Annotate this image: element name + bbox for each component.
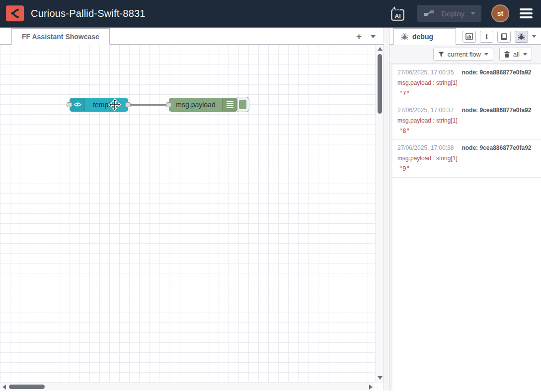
port-template-input[interactable]: [67, 102, 72, 107]
avatar-initials: st: [497, 9, 503, 17]
trash-icon: [504, 51, 510, 58]
help-button[interactable]: [497, 31, 511, 43]
clear-caret-icon: [523, 53, 527, 56]
flowfuse-logo-icon: [6, 5, 24, 21]
branch-icon: [9, 8, 20, 19]
debug-message[interactable]: 27/06/2025, 17:00:35 node: 9cea886877e0f…: [392, 64, 541, 102]
ai-sparkle-icon: AI: [388, 4, 406, 22]
deploy-label: Deploy: [441, 9, 464, 18]
bug-icon: [401, 33, 408, 40]
message-value[interactable]: "8": [397, 128, 536, 134]
port-template-output[interactable]: [125, 102, 131, 107]
message-property[interactable]: msg.payload : string[1]: [397, 117, 536, 124]
message-value[interactable]: "9": [397, 165, 536, 172]
workspace-canvas[interactable]: </> template msg.payload: [0, 45, 384, 391]
debug-panel-button[interactable]: [515, 31, 528, 43]
svg-text:AI: AI: [394, 13, 401, 20]
add-flow-button[interactable]: +: [356, 32, 362, 41]
deploy-icon: [423, 9, 435, 17]
scroll-right-arrow-icon[interactable]: [369, 385, 373, 390]
tab-ff-assistant-showcase[interactable]: FF Assistant Showcase: [11, 28, 110, 45]
node-msg-payload-label: msg.payload: [169, 101, 222, 109]
message-property[interactable]: msg.payload : string[1]: [397, 79, 536, 86]
scroll-up-arrow-icon[interactable]: [378, 47, 383, 51]
code-icon: </>: [70, 98, 85, 111]
message-node-id[interactable]: node: 9cea886877e0fa92: [462, 144, 531, 151]
tab-debug[interactable]: debug: [393, 28, 456, 45]
message-node-id[interactable]: node: 9cea886877e0fa92: [462, 107, 531, 114]
hamburger-menu-icon[interactable]: [519, 8, 533, 19]
sidebar: debug i: [389, 28, 541, 391]
flow-list-caret-icon[interactable]: [371, 35, 376, 38]
flow-tab-bar: FF Assistant Showcase +: [0, 28, 384, 45]
debug-message-list: 27/06/2025, 17:00:35 node: 9cea886877e0f…: [389, 64, 541, 391]
node-template-label: template: [85, 101, 128, 109]
message-property[interactable]: msg.payload : string[1]: [397, 155, 536, 162]
debug-message[interactable]: 27/06/2025, 17:00:37 node: 9cea886877e0f…: [392, 102, 541, 140]
move-cursor-icon: [108, 98, 121, 111]
flow-tab-label: FF Assistant Showcase: [22, 33, 99, 41]
wire-template-to-debug[interactable]: [130, 104, 169, 106]
bug-icon: [518, 33, 525, 40]
flow-editor: FF Assistant Showcase + </> template: [0, 28, 384, 391]
vertical-scrollbar[interactable]: [375, 45, 384, 382]
avatar[interactable]: st: [491, 4, 509, 22]
message-value[interactable]: "7": [397, 90, 536, 97]
deploy-button[interactable]: Deploy: [417, 5, 481, 22]
debug-message[interactable]: 27/06/2025, 17:00:38 node: 9cea886877e0f…: [392, 140, 541, 178]
sidebar-menu-caret-icon[interactable]: [532, 35, 536, 38]
filter-dropdown-label: current flow: [448, 51, 481, 58]
horizontal-scrollbar[interactable]: [0, 382, 375, 391]
filter-dropdown[interactable]: current flow: [433, 48, 493, 61]
clear-dropdown-label: all: [513, 51, 520, 58]
scroll-left-arrow-icon[interactable]: [2, 385, 6, 390]
debug-list-icon: [222, 98, 237, 111]
book-icon: [500, 33, 508, 40]
debug-toggle-state: [239, 100, 246, 109]
message-timestamp: 27/06/2025, 17:00:35: [397, 69, 454, 76]
sidebar-tab-label: debug: [412, 33, 433, 41]
horizontal-scroll-thumb[interactable]: [9, 385, 45, 389]
header: Curious-Pallid-Swift-8831 AI Deploy st: [0, 0, 541, 28]
message-node-id[interactable]: node: 9cea886877e0fa92: [462, 69, 531, 76]
port-debug-input[interactable]: [166, 102, 171, 107]
debug-toggle-button[interactable]: [235, 97, 249, 112]
sidebar-splitter[interactable]: [384, 28, 389, 391]
message-timestamp: 27/06/2025, 17:00:38: [397, 144, 454, 151]
debug-toolbar: current flow all: [389, 45, 541, 64]
clear-dropdown[interactable]: all: [499, 48, 532, 61]
scroll-down-arrow-icon[interactable]: [378, 376, 383, 380]
info-button[interactable]: i: [480, 31, 493, 43]
node-msg-payload[interactable]: msg.payload: [169, 98, 237, 112]
info-icon: i: [485, 33, 487, 40]
deploy-caret-icon[interactable]: [470, 12, 475, 15]
bar-chart-icon: [465, 33, 473, 40]
ai-assistant-button[interactable]: AI: [387, 3, 407, 23]
filter-caret-icon: [484, 53, 488, 56]
dashboard-chart-button[interactable]: [463, 31, 476, 43]
page-title: Curious-Pallid-Swift-8831: [31, 8, 146, 19]
message-timestamp: 27/06/2025, 17:00:37: [397, 107, 454, 114]
vertical-scroll-thumb[interactable]: [378, 54, 382, 114]
filter-icon: [438, 52, 444, 57]
sidebar-tab-bar: debug i: [389, 28, 541, 45]
